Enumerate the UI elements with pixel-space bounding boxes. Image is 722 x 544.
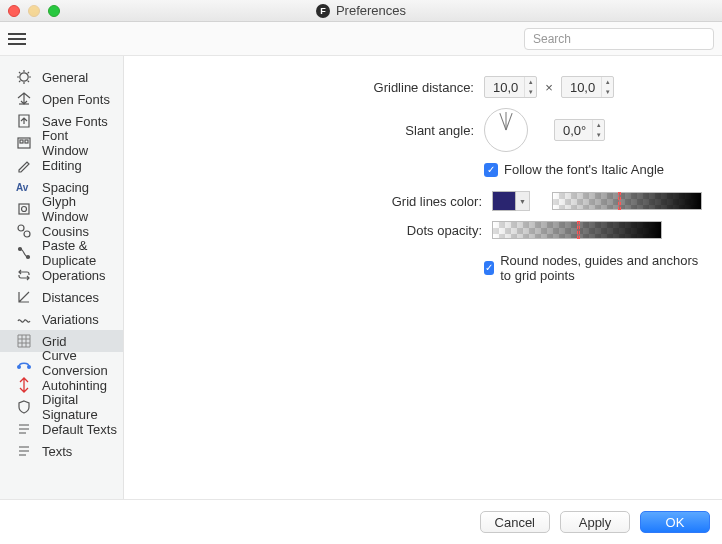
svg-rect-5 xyxy=(19,204,29,214)
editing-icon xyxy=(16,157,32,173)
svg-point-11 xyxy=(18,366,21,369)
sidebar-item-distances[interactable]: Distances xyxy=(0,286,123,308)
sidebar-item-digital-signature[interactable]: Digital Signature xyxy=(0,396,123,418)
gridline-y-stepper[interactable]: 10,0 ▲▼ xyxy=(561,76,614,98)
cancel-button[interactable]: Cancel xyxy=(480,511,550,533)
sidebar-item-label: Glyph Window xyxy=(42,194,117,224)
svg-text:Av: Av xyxy=(16,182,29,193)
sidebar-item-label: Default Texts xyxy=(42,422,117,437)
color-opacity-slider[interactable] xyxy=(552,192,702,210)
sidebar-item-curve-conversion[interactable]: Curve Conversion xyxy=(0,352,123,374)
app-icon: F xyxy=(316,4,330,18)
distances-icon xyxy=(16,289,32,305)
apply-button[interactable]: Apply xyxy=(560,511,630,533)
font-window-icon xyxy=(16,135,32,151)
svg-point-0 xyxy=(20,73,28,81)
sidebar-item-texts[interactable]: Texts xyxy=(0,440,123,462)
titlebar: F Preferences xyxy=(0,0,722,22)
glyph-window-icon xyxy=(16,201,32,217)
window-title-text: Preferences xyxy=(336,3,406,18)
sidebar-item-label: Spacing xyxy=(42,180,89,195)
sidebar-item-label: Autohinting xyxy=(42,378,107,393)
footer: Cancel Apply OK xyxy=(0,499,722,544)
sidebar-item-label: Open Fonts xyxy=(42,92,110,107)
color-swatch[interactable] xyxy=(492,191,516,211)
slant-angle-label: Slant angle: xyxy=(144,123,484,138)
sidebar-item-open-fonts[interactable]: Open Fonts xyxy=(0,88,123,110)
save-fonts-icon xyxy=(16,113,32,129)
dots-opacity-slider[interactable] xyxy=(492,221,662,239)
multiply-sign: × xyxy=(545,80,553,95)
general-icon xyxy=(16,69,32,85)
svg-point-7 xyxy=(18,225,24,231)
sidebar-item-operations[interactable]: Operations xyxy=(0,264,123,286)
sidebar-item-default-texts[interactable]: Default Texts xyxy=(0,418,123,440)
round-nodes-checkbox[interactable]: ✓ Round nodes, guides and anchors to gri… xyxy=(484,253,702,283)
variations-icon xyxy=(16,311,32,327)
content-pane: Gridline distance: 10,0 ▲▼ × 10,0 ▲▼ Sla… xyxy=(124,56,722,499)
sidebar-item-glyph-window[interactable]: Glyph Window xyxy=(0,198,123,220)
operations-icon xyxy=(16,267,32,283)
slant-angle-stepper[interactable]: 0,0° ▲▼ xyxy=(554,119,605,141)
follow-italic-checkbox[interactable]: ✓ Follow the font's Italic Angle xyxy=(484,162,664,177)
open-fonts-icon xyxy=(16,91,32,107)
round-nodes-label: Round nodes, guides and anchors to grid … xyxy=(500,253,702,283)
sidebar-item-general[interactable]: General xyxy=(0,66,123,88)
color-dropdown[interactable]: ▼ xyxy=(516,191,530,211)
gridline-x-stepper[interactable]: 10,0 ▲▼ xyxy=(484,76,537,98)
sidebar-item-label: Editing xyxy=(42,158,82,173)
spacing-icon: Av xyxy=(16,179,32,195)
curve-conversion-icon xyxy=(16,355,32,371)
sidebar-item-label: Operations xyxy=(42,268,106,283)
digital-signature-icon xyxy=(16,399,32,415)
sidebar-item-label: General xyxy=(42,70,88,85)
svg-point-12 xyxy=(28,366,31,369)
grid-lines-color-label: Grid lines color: xyxy=(144,194,492,209)
sidebar-item-variations[interactable]: Variations xyxy=(0,308,123,330)
sidebar: GeneralOpen FontsSave FontsFont WindowEd… xyxy=(0,56,124,499)
toolbar xyxy=(0,22,722,56)
svg-rect-3 xyxy=(25,140,28,143)
sidebar-item-label: Save Fonts xyxy=(42,114,108,129)
dots-opacity-label: Dots opacity: xyxy=(144,223,492,238)
slant-angle-dial[interactable] xyxy=(484,108,528,152)
paste-duplicate-icon xyxy=(16,245,32,261)
svg-point-6 xyxy=(22,207,27,212)
svg-rect-2 xyxy=(20,140,23,143)
sidebar-item-label: Curve Conversion xyxy=(42,348,117,378)
svg-point-8 xyxy=(24,231,30,237)
menu-icon[interactable] xyxy=(8,32,26,46)
sidebar-item-font-window[interactable]: Font Window xyxy=(0,132,123,154)
checkmark-icon: ✓ xyxy=(484,163,498,177)
sidebar-item-label: Texts xyxy=(42,444,72,459)
gridline-distance-label: Gridline distance: xyxy=(144,80,484,95)
sidebar-item-label: Distances xyxy=(42,290,99,305)
sidebar-item-label: Cousins xyxy=(42,224,89,239)
follow-italic-label: Follow the font's Italic Angle xyxy=(504,162,664,177)
ok-button[interactable]: OK xyxy=(640,511,710,533)
search-input[interactable] xyxy=(524,28,714,50)
sidebar-item-label: Variations xyxy=(42,312,99,327)
sidebar-item-label: Paste & Duplicate xyxy=(42,238,117,268)
autohinting-icon xyxy=(16,377,32,393)
default-texts-icon xyxy=(16,421,32,437)
sidebar-item-label: Font Window xyxy=(42,128,117,158)
sidebar-item-label: Digital Signature xyxy=(42,392,117,422)
texts-icon xyxy=(16,443,32,459)
grid-icon xyxy=(16,333,32,349)
sidebar-item-paste-duplicate[interactable]: Paste & Duplicate xyxy=(0,242,123,264)
window-title: F Preferences xyxy=(0,3,722,18)
checkmark-icon: ✓ xyxy=(484,261,494,275)
sidebar-item-label: Grid xyxy=(42,334,67,349)
cousins-icon xyxy=(16,223,32,239)
